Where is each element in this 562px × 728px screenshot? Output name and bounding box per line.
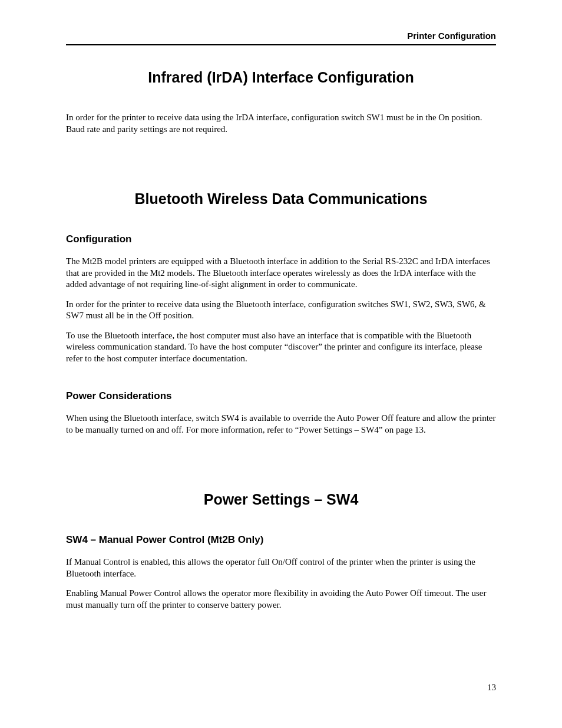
body-text: In order for the printer to receive data… (66, 112, 496, 135)
document-page: Printer Configuration Infrared (IrDA) In… (0, 0, 562, 728)
section-title-power-settings: Power Settings – SW4 (66, 491, 496, 508)
subheading-sw4-manual: SW4 – Manual Power Control (Mt2B Only) (66, 534, 496, 546)
body-text: To use the Bluetooth interface, the host… (66, 330, 496, 365)
body-text: If Manual Control is enabled, this allow… (66, 556, 496, 579)
spacer (66, 444, 496, 491)
subheading-configuration: Configuration (66, 233, 496, 245)
body-text: The Mt2B model printers are equipped wit… (66, 256, 496, 291)
section-title-irda: Infrared (IrDA) Interface Configuration (66, 69, 496, 86)
running-header: Printer Configuration (66, 31, 496, 45)
body-text: Enabling Manual Power Control allows the… (66, 588, 496, 611)
spacer (66, 373, 496, 390)
section-title-bluetooth: Bluetooth Wireless Data Communications (66, 190, 496, 207)
page-number: 13 (487, 683, 496, 693)
spacer (66, 143, 496, 190)
body-text: In order for the printer to receive data… (66, 299, 496, 322)
subheading-power-considerations: Power Considerations (66, 390, 496, 402)
body-text: When using the Bluetooth interface, swit… (66, 413, 496, 436)
